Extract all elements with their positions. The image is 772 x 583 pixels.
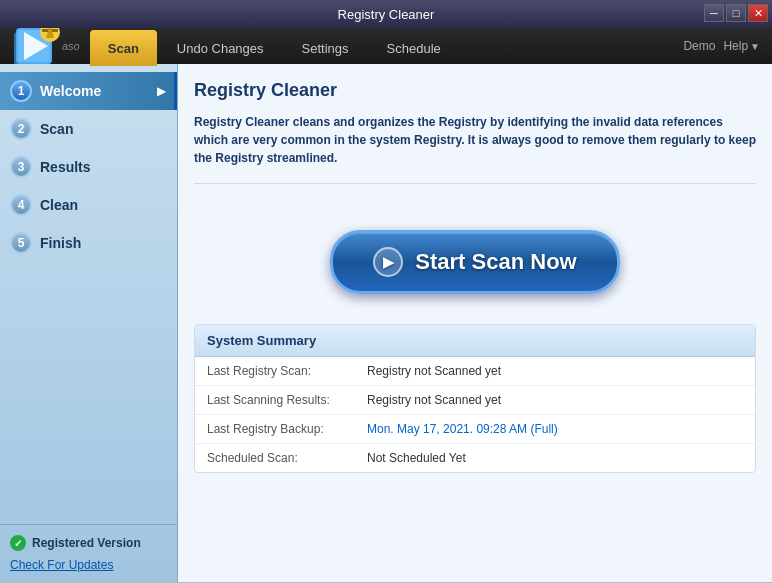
- summary-value-last-results: Registry not Scanned yet: [367, 393, 501, 407]
- content-title: Registry Cleaner: [194, 80, 756, 101]
- start-scan-button[interactable]: ▶ Start Scan Now: [330, 230, 619, 294]
- help-button[interactable]: Help ▼: [723, 39, 760, 53]
- title-bar: Registry Cleaner ─ □ ✕: [0, 0, 772, 28]
- summary-key-scheduled: Scheduled Scan:: [207, 451, 367, 465]
- tab-scan[interactable]: Scan: [90, 30, 157, 66]
- sidebar-num-4: 4: [10, 194, 32, 216]
- sidebar-item-finish[interactable]: 5 Finish: [0, 224, 177, 262]
- summary-key-last-results: Last Scanning Results:: [207, 393, 367, 407]
- description-text: Registry Cleaner cleans and organizes th…: [194, 115, 756, 165]
- sidebar-label-finish: Finish: [40, 235, 81, 251]
- tab-undo-changes[interactable]: Undo Changes: [159, 30, 282, 66]
- summary-key-last-backup: Last Registry Backup:: [207, 422, 367, 436]
- summary-row-last-results: Last Scanning Results: Registry not Scan…: [195, 386, 755, 415]
- app-icon: [12, 24, 60, 68]
- sidebar-item-clean[interactable]: 4 Clean: [0, 186, 177, 224]
- sidebar-footer: ✓ Registered Version Check For Updates: [0, 524, 177, 582]
- check-icon: ✓: [10, 535, 26, 551]
- summary-value-last-backup: Mon. May 17, 2021. 09:28 AM (Full): [367, 422, 558, 436]
- tab-schedule[interactable]: Schedule: [369, 30, 459, 66]
- summary-key-last-scan: Last Registry Scan:: [207, 364, 367, 378]
- sidebar-num-3: 3: [10, 156, 32, 178]
- main-layout: 1 Welcome ▶ 2 Scan 3 Results 4 Clean 5 F…: [0, 64, 772, 582]
- sidebar: 1 Welcome ▶ 2 Scan 3 Results 4 Clean 5 F…: [0, 64, 178, 582]
- content-area: Registry Cleaner Registry Cleaner cleans…: [178, 64, 772, 582]
- sidebar-item-welcome[interactable]: 1 Welcome ▶: [0, 72, 177, 110]
- scan-button-area: ▶ Start Scan Now: [194, 200, 756, 324]
- sidebar-num-2: 2: [10, 118, 32, 140]
- summary-row-last-backup: Last Registry Backup: Mon. May 17, 2021.…: [195, 415, 755, 444]
- demo-link[interactable]: Demo: [683, 39, 715, 53]
- summary-row-scheduled: Scheduled Scan: Not Scheduled Yet: [195, 444, 755, 472]
- system-summary: System Summary Last Registry Scan: Regis…: [194, 324, 756, 473]
- logo-text: aso: [62, 40, 80, 52]
- sidebar-label-clean: Clean: [40, 197, 78, 213]
- menu-bar: aso Scan Undo Changes Settings Schedule …: [0, 28, 772, 64]
- summary-header: System Summary: [195, 325, 755, 357]
- close-button[interactable]: ✕: [748, 4, 768, 22]
- minimize-button[interactable]: ─: [704, 4, 724, 22]
- play-icon: ▶: [373, 247, 403, 277]
- help-arrow-icon: ▼: [750, 41, 760, 52]
- sidebar-label-welcome: Welcome: [40, 83, 101, 99]
- window-title: Registry Cleaner: [338, 7, 435, 22]
- summary-value-scheduled: Not Scheduled Yet: [367, 451, 466, 465]
- start-scan-label: Start Scan Now: [415, 249, 576, 275]
- window-controls: ─ □ ✕: [704, 4, 768, 22]
- sidebar-num-5: 5: [10, 232, 32, 254]
- registered-label: Registered Version: [32, 536, 141, 550]
- sidebar-arrow-icon: ▶: [157, 84, 166, 98]
- app-logo: aso: [4, 28, 88, 64]
- sidebar-label-results: Results: [40, 159, 91, 175]
- registered-badge: ✓ Registered Version: [10, 535, 167, 551]
- tab-settings[interactable]: Settings: [284, 30, 367, 66]
- summary-value-last-scan: Registry not Scanned yet: [367, 364, 501, 378]
- menu-right: Demo Help ▼: [675, 28, 768, 64]
- restore-button[interactable]: □: [726, 4, 746, 22]
- sidebar-item-scan[interactable]: 2 Scan: [0, 110, 177, 148]
- check-updates-link[interactable]: Check For Updates: [10, 558, 113, 572]
- content-description: Registry Cleaner cleans and organizes th…: [194, 113, 756, 184]
- sidebar-label-scan: Scan: [40, 121, 73, 137]
- sidebar-num-1: 1: [10, 80, 32, 102]
- sidebar-item-results[interactable]: 3 Results: [0, 148, 177, 186]
- summary-row-last-scan: Last Registry Scan: Registry not Scanned…: [195, 357, 755, 386]
